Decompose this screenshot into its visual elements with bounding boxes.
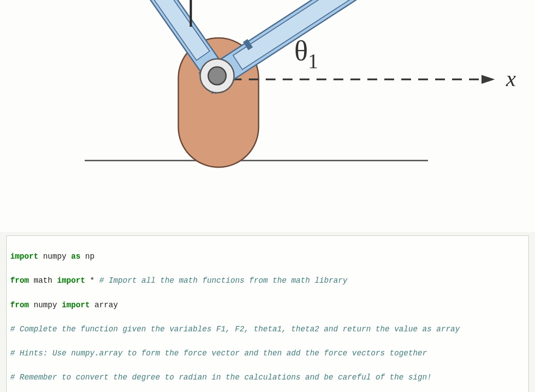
physics-diagram: θ1 x: [0, 0, 535, 232]
theta-symbol: θ1: [294, 35, 318, 73]
code-cell: import numpy as np from math import * # …: [6, 235, 529, 392]
svg-point-10: [208, 67, 226, 85]
code-line-1: import numpy as np: [10, 251, 525, 263]
code-line-5: # Hints: Use numpy.array to form the for…: [10, 347, 525, 359]
diagram-svg: θ1 x: [0, 0, 535, 232]
code-line-3: from numpy import array: [10, 299, 525, 311]
x-axis-label: x: [506, 66, 516, 91]
code-line-4: # Complete the function given the variab…: [10, 323, 525, 335]
code-line-6: # Remember to convert the degree to radi…: [10, 371, 525, 384]
svg-marker-3: [482, 75, 495, 84]
code-line-2: from math import * # Import all the math…: [10, 275, 525, 287]
